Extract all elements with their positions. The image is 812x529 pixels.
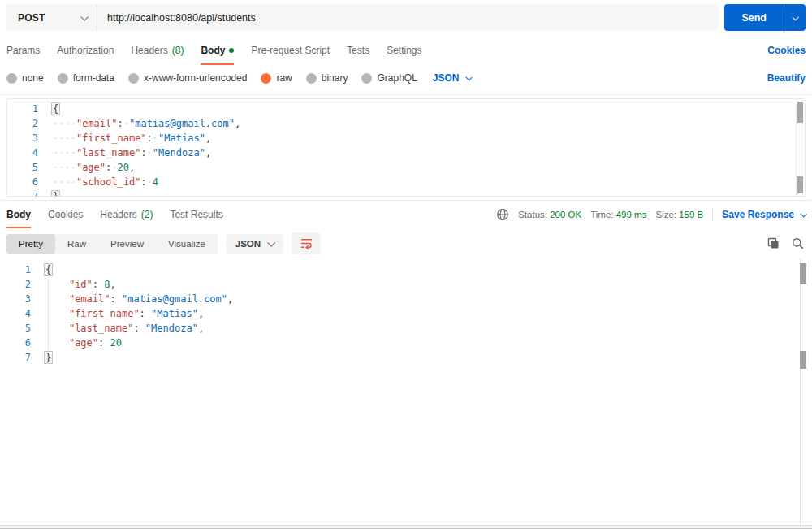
response-view-switcher: Pretty Raw Preview Visualize bbox=[6, 234, 218, 254]
view-preview[interactable]: Preview bbox=[98, 234, 156, 254]
tab-tests[interactable]: Tests bbox=[347, 36, 369, 65]
overview-ruler bbox=[800, 258, 801, 524]
response-language-dropdown[interactable]: JSON bbox=[226, 234, 283, 254]
size-badge: Size: 159 B bbox=[655, 210, 703, 219]
body-type-options: none form-data x-www-form-urlencoded raw… bbox=[0, 65, 812, 89]
line-number: 3 bbox=[0, 292, 31, 306]
scrollbar-mark bbox=[797, 176, 803, 193]
radio-icon bbox=[128, 73, 139, 84]
tab-params[interactable]: Params bbox=[6, 36, 40, 65]
tab-settings[interactable]: Settings bbox=[387, 36, 421, 65]
body-type-x-www-form-urlencoded[interactable]: x-www-form-urlencoded bbox=[128, 72, 247, 84]
line-number: 2 bbox=[0, 277, 31, 292]
response-actions bbox=[767, 237, 806, 250]
response-body-editor[interactable]: 1{2 "id": 8,3 "email": "matias@gmail.com… bbox=[0, 262, 812, 365]
status-bar bbox=[0, 525, 812, 529]
radio-icon bbox=[306, 73, 317, 84]
method-selector[interactable]: POST bbox=[6, 4, 97, 31]
body-type-raw[interactable]: raw bbox=[261, 72, 292, 84]
chevron-down-icon bbox=[792, 14, 798, 20]
method-label: POST bbox=[18, 12, 45, 24]
send-button[interactable]: Send bbox=[724, 4, 784, 31]
response-body-panel: 1{2 "id": 8,3 "email": "matias@gmail.com… bbox=[0, 258, 812, 529]
response-tab-body[interactable]: Body bbox=[6, 201, 31, 228]
radio-icon bbox=[361, 73, 372, 84]
code-line: 7} bbox=[7, 189, 805, 197]
url-group: POST bbox=[6, 4, 719, 31]
line-number: 4 bbox=[7, 145, 38, 160]
url-input[interactable] bbox=[97, 4, 719, 31]
request-language-dropdown[interactable]: JSON bbox=[433, 72, 471, 84]
divider bbox=[0, 94, 812, 95]
line-number: 7 bbox=[0, 350, 31, 365]
response-meta: Status: 200 OK Time: 499 ms Size: 159 B … bbox=[496, 201, 806, 228]
body-type-form-data[interactable]: form-data bbox=[58, 72, 114, 84]
response-tab-cookies[interactable]: Cookies bbox=[48, 201, 83, 228]
tab-body[interactable]: Body bbox=[201, 36, 234, 65]
chevron-down-icon bbox=[465, 74, 472, 80]
line-number: 6 bbox=[7, 175, 38, 189]
line-number: 5 bbox=[7, 160, 38, 175]
response-tab-headers[interactable]: Headers(2) bbox=[100, 201, 153, 228]
scrollbar-thumb[interactable] bbox=[797, 102, 803, 123]
send-options-button[interactable] bbox=[784, 4, 806, 31]
line-number: 2 bbox=[7, 116, 38, 131]
radio-icon bbox=[6, 73, 17, 84]
code-line: 3 "email": "matias@gmail.com", bbox=[0, 292, 812, 306]
line-number: 4 bbox=[0, 306, 31, 321]
time-badge: Time: 499 ms bbox=[590, 210, 646, 219]
code-line: 5 "last_name": "Mendoza", bbox=[0, 321, 812, 336]
code-line: 6····"school_id":·4 bbox=[7, 175, 805, 189]
request-tabs: Params Authorization Headers(8) Body Pre… bbox=[0, 36, 812, 65]
overview-ruler-mark bbox=[800, 351, 806, 369]
request-url-bar: POST Send bbox=[0, 0, 812, 36]
line-number: 6 bbox=[0, 336, 31, 350]
line-number: 1 bbox=[0, 262, 31, 277]
wrap-line-button[interactable] bbox=[292, 232, 321, 254]
code-line: 4····"last_name":·"Mendoza", bbox=[7, 145, 805, 160]
line-number: 7 bbox=[7, 189, 38, 197]
view-visualize[interactable]: Visualize bbox=[156, 234, 218, 254]
code-line: 2····"email":·"matias@gmail.com", bbox=[7, 116, 805, 131]
line-number: 5 bbox=[0, 321, 31, 336]
body-modified-dot-icon bbox=[229, 48, 234, 53]
status-badge: Status: 200 OK bbox=[518, 210, 581, 219]
postman-app: { "colors": { "accent_orange": "#ff6c37"… bbox=[0, 0, 812, 529]
response-toolbar: Pretty Raw Preview Visualize JSON bbox=[0, 229, 812, 258]
tab-authorization[interactable]: Authorization bbox=[57, 36, 114, 65]
save-response-button[interactable]: Save Response bbox=[722, 209, 806, 220]
body-type-graphql[interactable]: GraphQL bbox=[361, 72, 417, 84]
cookies-link[interactable]: Cookies bbox=[767, 45, 806, 56]
search-icon[interactable] bbox=[792, 237, 804, 249]
body-type-none[interactable]: none bbox=[6, 72, 44, 84]
request-body-editor[interactable]: 1{2····"email":·"matias@gmail.com",3····… bbox=[6, 98, 806, 197]
response-tab-test-results[interactable]: Test Results bbox=[170, 201, 222, 228]
tab-headers[interactable]: Headers(8) bbox=[131, 36, 184, 65]
indent-guide bbox=[48, 277, 49, 350]
chevron-down-icon bbox=[267, 239, 275, 247]
radio-selected-icon bbox=[261, 73, 271, 84]
code-line: 6 "age": 20 bbox=[0, 336, 812, 350]
divider bbox=[712, 208, 713, 221]
code-line: 7} bbox=[0, 350, 812, 365]
radio-icon bbox=[58, 73, 68, 84]
wrap-line-icon bbox=[300, 236, 313, 250]
code-line: 4 "first_name": "Matias", bbox=[0, 306, 812, 321]
view-pretty[interactable]: Pretty bbox=[6, 234, 55, 254]
body-type-binary[interactable]: binary bbox=[306, 72, 348, 84]
beautify-link[interactable]: Beautify bbox=[767, 72, 806, 84]
overview-ruler-mark bbox=[800, 263, 806, 284]
tab-pre-request-script[interactable]: Pre-request Script bbox=[251, 36, 330, 65]
editor-scrollbar bbox=[796, 99, 805, 196]
headers-count: (8) bbox=[172, 45, 184, 56]
chevron-down-icon bbox=[800, 210, 806, 217]
line-number: 1 bbox=[7, 102, 38, 116]
view-raw[interactable]: Raw bbox=[55, 234, 98, 254]
code-line: 1{ bbox=[0, 262, 812, 277]
code-line: 5····"age":·20, bbox=[7, 160, 805, 175]
line-number: 3 bbox=[7, 131, 38, 145]
code-line: 2 "id": 8, bbox=[0, 277, 812, 292]
globe-icon[interactable] bbox=[496, 208, 509, 221]
copy-icon[interactable] bbox=[767, 237, 780, 250]
send-button-group: Send bbox=[724, 4, 806, 31]
